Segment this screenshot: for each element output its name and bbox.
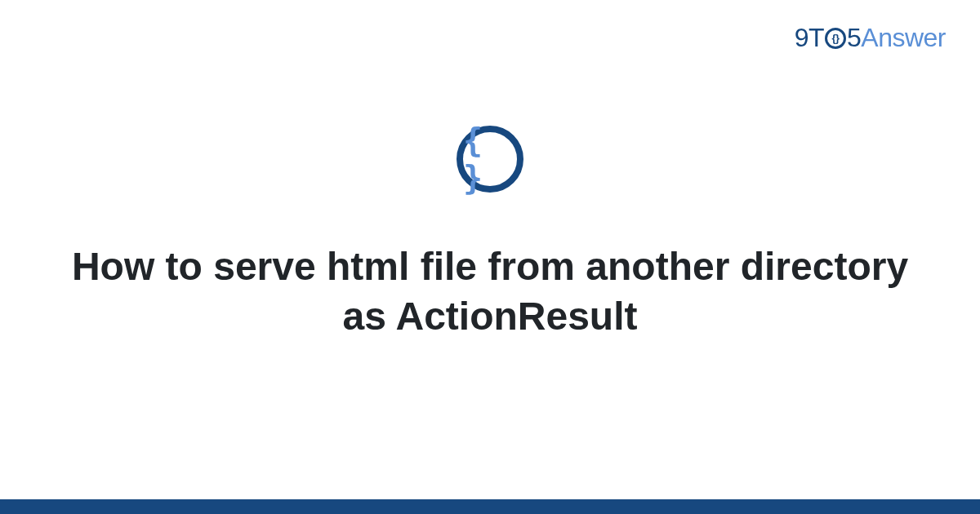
logo-text-9t: 9T — [795, 23, 824, 52]
braces-glyph: { } — [463, 122, 517, 197]
page-title: How to serve html file from another dire… — [49, 241, 931, 342]
logo-text-5: 5 — [847, 23, 861, 52]
logo-text-answer: Answer — [861, 23, 946, 52]
site-logo: 9T{}5Answer — [795, 23, 946, 53]
code-braces-icon: { } — [457, 126, 523, 193]
footer-accent-bar — [0, 499, 980, 514]
logo-circle-icon: {} — [825, 28, 846, 49]
